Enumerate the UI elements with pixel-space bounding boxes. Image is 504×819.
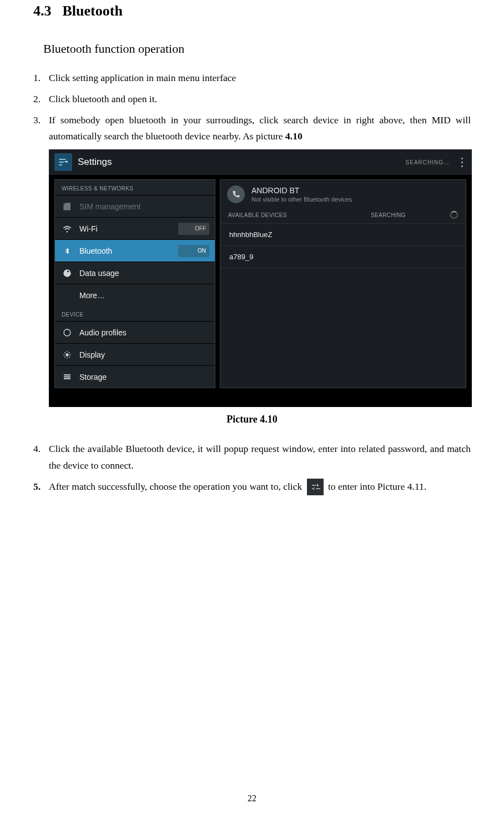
sidebar-item-more[interactable]: More… xyxy=(55,284,215,306)
step-number: 5. xyxy=(33,479,46,496)
data-usage-icon xyxy=(61,269,74,278)
settings-left-panel: WIRELESS & NETWORKS SIM management Wi-Fi… xyxy=(54,179,215,388)
sidebar-item-sim[interactable]: SIM management xyxy=(55,195,215,217)
wifi-toggle[interactable]: OFF xyxy=(178,223,209,235)
step-1: 1. Click setting application in main men… xyxy=(33,70,471,87)
step-number: 4. xyxy=(33,441,46,474)
figure-caption: Picture 4.10 xyxy=(33,414,471,425)
settings-app-icon xyxy=(54,153,72,171)
section-title: Bluetooth xyxy=(63,3,123,19)
bt-device-row[interactable]: hhnhbhBlueZ xyxy=(220,224,466,246)
action-bar: Settings SEARCHING… xyxy=(49,149,472,175)
picture-ref: 4.10 xyxy=(285,130,303,142)
wifi-icon xyxy=(61,224,74,233)
available-devices-header: AVAILABLE DEVICES SEARCHING xyxy=(220,208,466,224)
steps-list-cont: 4. Click the available Bluetooth device,… xyxy=(33,441,471,495)
overflow-menu-icon[interactable] xyxy=(457,158,466,167)
step-number: 1. xyxy=(33,70,46,87)
bt-device-name: ANDROID BT xyxy=(251,186,352,195)
this-device-row[interactable]: ANDROID BT Not visible to other Bluetoot… xyxy=(220,180,466,208)
page-number: 22 xyxy=(0,793,504,803)
document-page: 4.3Bluetooth Bluetooth function operatio… xyxy=(0,0,504,819)
step-text: If somebody open bluetooth in your surro… xyxy=(46,112,471,145)
sim-icon xyxy=(61,202,74,211)
sidebar-item-storage[interactable]: Storage xyxy=(55,365,215,388)
settings-right-panel: ANDROID BT Not visible to other Bluetoot… xyxy=(220,179,466,388)
sidebar-item-wifi[interactable]: Wi-Fi OFF xyxy=(55,217,215,239)
settings-sliders-icon xyxy=(307,479,324,495)
category-device: DEVICE xyxy=(55,306,215,321)
step-text: Click the available Bluetooth device, it… xyxy=(46,441,471,474)
category-wireless: WIRELESS & NETWORKS xyxy=(55,180,215,195)
bt-visibility-sub: Not visible to other Bluetooth devices xyxy=(251,196,352,203)
step-3: 3. If somebody open bluetooth in your su… xyxy=(33,112,471,145)
nav-bar xyxy=(49,394,472,407)
progress-spinner-icon xyxy=(450,211,458,219)
sidebar-item-audio[interactable]: Audio profiles xyxy=(55,321,215,343)
bluetooth-toggle[interactable]: ON xyxy=(178,245,209,257)
step-number: 2. xyxy=(33,91,46,108)
storage-icon xyxy=(61,373,74,381)
action-bar-title: Settings xyxy=(78,157,112,168)
step-text: Click setting application in main menu i… xyxy=(46,70,471,87)
section-number: 4.3 xyxy=(33,3,52,19)
display-icon xyxy=(61,350,74,359)
bluetooth-icon xyxy=(61,247,74,255)
sidebar-item-data-usage[interactable]: Data usage xyxy=(55,262,215,284)
step-number: 3. xyxy=(33,112,46,145)
android-settings-screenshot: Settings SEARCHING… WIRELESS & NETWORKS … xyxy=(49,149,472,407)
svg-point-1 xyxy=(65,353,68,356)
sidebar-item-bluetooth[interactable]: Bluetooth ON xyxy=(55,239,215,262)
phone-icon xyxy=(227,185,245,203)
steps-list: 1. Click setting application in main men… xyxy=(33,70,471,145)
step-4: 4. Click the available Bluetooth device,… xyxy=(33,441,471,474)
svg-point-0 xyxy=(64,329,70,336)
step-5: 5. After match successfully, choose the … xyxy=(33,479,471,496)
audio-icon xyxy=(61,328,74,337)
step-text: After match successfully, choose the ope… xyxy=(46,479,471,496)
subsection-heading: Bluetooth function operation xyxy=(43,42,471,56)
section-heading: 4.3Bluetooth xyxy=(33,0,471,19)
step-2: 2. Click bluetooth and open it. xyxy=(33,91,471,108)
bt-device-row[interactable]: a789_9 xyxy=(220,246,466,268)
step-text: Click bluetooth and open it. xyxy=(46,91,471,108)
sidebar-item-display[interactable]: Display xyxy=(55,343,215,365)
searching-label: SEARCHING… xyxy=(406,159,450,165)
